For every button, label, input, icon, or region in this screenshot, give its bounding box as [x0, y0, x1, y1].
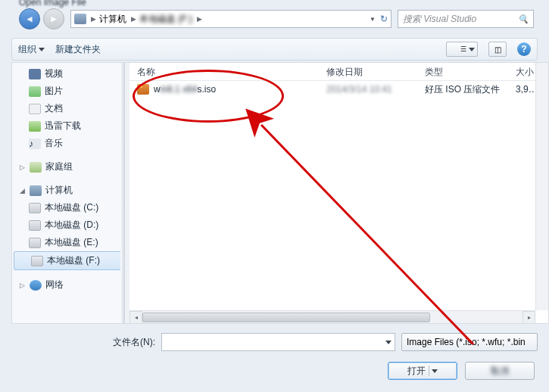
scroll-thumb[interactable]: [142, 313, 430, 322]
scroll-left-arrow[interactable]: ◂: [129, 311, 142, 324]
filename-label: 文件名(N):: [11, 336, 155, 349]
chevron-down-icon[interactable]: [385, 341, 391, 344]
address-bar[interactable]: ▶计算机 ▶本地磁盘 (F:) ▶ ▼ ↻: [70, 10, 391, 28]
dialog-bottom: 文件名(N): Image Files (*.iso; *.wfu; *.bin…: [11, 328, 538, 384]
file-name-cell: win8.1 x64s.iso: [129, 82, 319, 96]
navigation-pane: 视频 图片 文档 迅雷下载 ♪音乐 ▷家庭组 ◢计算机 本地磁盘 (C:) 本地…: [11, 62, 125, 324]
toolbar: 组织 新建文件夹 ☰ ◫ ?: [11, 38, 538, 61]
column-name[interactable]: 名称: [129, 63, 319, 80]
chevron-right-icon[interactable]: ▶: [197, 15, 202, 23]
column-date[interactable]: 修改日期: [319, 63, 417, 80]
window-title: Open Image File: [19, 0, 86, 8]
address-row: ◄ ► ▶计算机 ▶本地磁盘 (F:) ▶ ▼ ↻ 搜索 Visual Stud…: [19, 8, 534, 30]
dropdown-icon[interactable]: ▼: [370, 16, 376, 23]
computer-icon: [74, 14, 86, 24]
iso-file-icon: [137, 84, 149, 95]
nav-item-documents[interactable]: 文档: [12, 100, 125, 117]
nav-item-downloads[interactable]: 迅雷下载: [12, 117, 125, 135]
chevron-right-icon[interactable]: ▶: [131, 15, 136, 23]
file-list-pane: 名称 修改日期 类型 大小 win8.1 x64s.iso 2014/3/14 …: [129, 62, 549, 324]
nav-item-computer[interactable]: ◢计算机: [12, 182, 125, 199]
vertical-scrollbar[interactable]: [535, 63, 548, 310]
scroll-right-arrow[interactable]: ▸: [522, 311, 535, 324]
new-folder-button[interactable]: 新建文件夹: [55, 43, 101, 56]
nav-item-drive-f[interactable]: 本地磁盘 (F:): [14, 251, 123, 270]
chevron-right-icon[interactable]: ▶: [91, 15, 96, 23]
column-type[interactable]: 类型: [417, 63, 508, 80]
filetype-filter[interactable]: Image Files (*.iso; *.wfu; *.bin: [401, 333, 538, 351]
file-row[interactable]: win8.1 x64s.iso 2014/3/14 10:41 好压 ISO 压…: [129, 81, 548, 98]
crumb-drive[interactable]: 本地磁盘 (F:): [139, 13, 192, 26]
nav-item-pictures[interactable]: 图片: [12, 82, 125, 100]
chevron-down-icon: [39, 48, 45, 51]
file-date-cell: 2014/3/14 10:41: [319, 82, 417, 96]
horizontal-scrollbar[interactable]: ◂ ▸: [129, 310, 535, 323]
organize-button[interactable]: 组织: [18, 43, 45, 56]
music-icon: ♪: [29, 138, 41, 149]
nav-forward-button[interactable]: ►: [43, 8, 64, 30]
nav-item-music[interactable]: ♪音乐: [12, 135, 125, 152]
search-icon: 🔍: [518, 14, 529, 24]
chevron-down-icon: [432, 369, 438, 373]
expander-icon[interactable]: ▷: [18, 163, 26, 171]
file-type-cell: 好压 ISO 压缩文件: [417, 82, 508, 98]
help-button[interactable]: ?: [517, 42, 531, 56]
expander-icon[interactable]: ◢: [18, 187, 26, 194]
preview-pane-button[interactable]: ◫: [488, 42, 507, 57]
crumb-computer[interactable]: 计算机: [99, 13, 126, 26]
chevron-down-icon: [469, 48, 475, 51]
cancel-button[interactable]: 取消: [465, 362, 535, 380]
nav-item-drive-e[interactable]: 本地磁盘 (E:): [12, 234, 125, 251]
column-headers: 名称 修改日期 类型 大小: [129, 63, 548, 81]
refresh-icon[interactable]: ↻: [380, 14, 388, 24]
search-placeholder: 搜索 Visual Studio: [403, 13, 476, 26]
nav-item-homegroup[interactable]: ▷家庭组: [12, 158, 125, 176]
filename-input[interactable]: [161, 333, 395, 351]
view-options-button[interactable]: ☰: [446, 42, 478, 57]
expander-icon[interactable]: ▷: [18, 282, 26, 289]
nav-item-videos[interactable]: 视频: [12, 65, 125, 82]
crumb-folder[interactable]: [205, 14, 223, 24]
search-input[interactable]: 搜索 Visual Studio 🔍: [398, 10, 534, 28]
open-button[interactable]: 打开: [388, 362, 457, 380]
nav-item-drive-d[interactable]: 本地磁盘 (D:): [12, 216, 125, 234]
nav-item-drive-c[interactable]: 本地磁盘 (C:): [12, 199, 125, 216]
nav-item-network[interactable]: ▷网络: [12, 276, 125, 294]
nav-back-button[interactable]: ◄: [19, 8, 40, 30]
